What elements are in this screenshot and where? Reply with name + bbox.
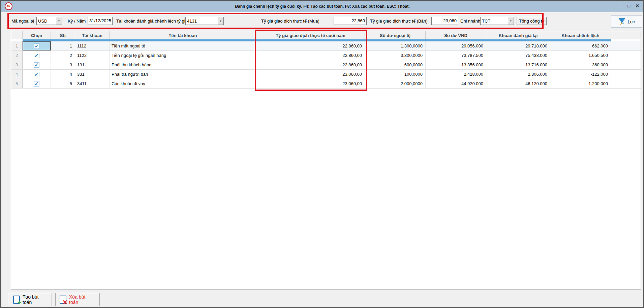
- column-header-khoan-danh-gia-lai[interactable]: Khoản đánh giá lại: [486, 31, 550, 39]
- cell-account: 3411: [75, 79, 110, 88]
- table-header-row: ChọnSttTài khoảnTên tài khoảnTỷ giá giao…: [11, 31, 641, 39]
- row-indicator: 3: [11, 60, 23, 69]
- checkbox-cell[interactable]: ✓: [23, 79, 51, 88]
- cell-rate: 23.060,00: [256, 79, 365, 88]
- window-title: Đánh giá chênh lệch tỷ giá cuối kỳ. F4: …: [1, 4, 643, 9]
- cell-stt: 3: [51, 60, 75, 69]
- revaluation-account-label: Tài khoản đánh giá chênh lệch tỷ giá: [116, 19, 188, 24]
- row-checkbox[interactable]: ✓: [34, 62, 39, 68]
- sell-rate-input[interactable]: 23,060: [431, 17, 458, 25]
- chevron-down-icon[interactable]: ▼: [218, 17, 223, 25]
- chevron-down-icon[interactable]: ▼: [56, 17, 62, 25]
- cell-stt: 2: [51, 51, 75, 60]
- cell-rate: 22.860,00: [256, 51, 365, 60]
- cell-difference: 662.000: [550, 41, 611, 50]
- cell-fc-balance: 2.000,0000: [365, 79, 426, 88]
- checkbox-cell[interactable]: ✓: [23, 60, 51, 69]
- cell-rate: 23.060,00: [256, 70, 365, 79]
- document-delete-icon: ✕: [60, 296, 66, 304]
- company-scope-box[interactable]: Tổng công ty: [517, 17, 547, 25]
- revaluation-account-select[interactable]: 4131 ▼: [185, 17, 224, 25]
- cell-stt: 1: [51, 41, 75, 50]
- checkbox-cell[interactable]: ✓: [23, 70, 51, 79]
- cell-fc-balance: 1.300,0000: [365, 41, 426, 50]
- create-entries-label: Tạo bút toán: [23, 294, 48, 305]
- create-entries-button[interactable]: + Tạo bút toán: [9, 293, 52, 306]
- buy-rate-label: Tỷ giá giao dịch thực tế (Mua): [261, 19, 319, 24]
- cell-name: Tiền ngoại tệ gửi ngân hàng: [110, 51, 256, 60]
- currency-value: USD: [37, 19, 56, 24]
- cell-revalued: 75.438.000: [486, 51, 550, 60]
- table-row[interactable]: 1✓11112Tiền mặt ngoại tệ22.860,001.300,0…: [11, 41, 641, 51]
- filter-button[interactable]: Lọc: [611, 15, 642, 28]
- column-header-ty-gia-cuoi-nam[interactable]: Tỷ giá giao dịch thực tế cuối năm: [256, 31, 365, 39]
- cell-revalued: 29.718.000: [486, 41, 550, 50]
- row-checkbox[interactable]: ✓: [34, 81, 39, 87]
- column-header-ten-tai-khoan[interactable]: Tên tài khoản: [110, 31, 256, 39]
- column-header-so-du-vnd[interactable]: Số dư VND: [426, 31, 486, 39]
- filter-button-label: Lọc: [628, 19, 635, 24]
- row-checkbox[interactable]: ✓: [34, 53, 39, 58]
- cell-vnd-balance: 29.056.000: [426, 41, 486, 50]
- table-row[interactable]: 4✓4331Phải trả người bán23.060,00100,000…: [11, 70, 641, 79]
- delete-entries-button[interactable]: ✕ Xóa bút toán: [55, 293, 100, 306]
- cell-name: Phải thu khách hàng: [110, 60, 256, 69]
- title-bar: TK Đánh giá chênh lệch tỷ giá cuối kỳ. F…: [1, 1, 643, 12]
- close-icon[interactable]: ✕: [636, 3, 639, 9]
- table-body: 1✓11112Tiền mặt ngoại tệ22.860,001.300,0…: [11, 41, 641, 89]
- buy-rate-input[interactable]: 22,860: [334, 17, 367, 25]
- delete-entries-label: Xóa bút toán: [69, 294, 95, 305]
- branch-select[interactable]: TCT ▼: [480, 17, 514, 25]
- row-indicator: 1: [11, 41, 23, 50]
- row-indicator-header: [11, 31, 23, 39]
- cell-rate: 22.860,00: [256, 41, 365, 50]
- currency-select[interactable]: USD ▼: [36, 17, 62, 25]
- cell-vnd-balance: 2.428.000: [426, 70, 486, 79]
- column-header-tai-khoan[interactable]: Tài khoản: [75, 31, 110, 39]
- column-header-chon[interactable]: Chọn: [23, 31, 51, 39]
- cell-stt: 4: [51, 70, 75, 79]
- column-header-stt[interactable]: Stt: [51, 31, 75, 39]
- cell-revalued: 2.306.000: [486, 70, 550, 79]
- cell-vnd-balance: 73.787.500: [426, 51, 486, 60]
- maximize-icon[interactable]: □: [627, 3, 630, 9]
- checkbox-cell[interactable]: ✓: [23, 41, 51, 50]
- cell-name: Phải trả người bán: [110, 70, 256, 79]
- accounts-table: ChọnSttTài khoảnTên tài khoảnTỷ giá giao…: [11, 31, 641, 289]
- cell-account: 331: [75, 70, 110, 79]
- table-row[interactable]: 3✓3131Phải thu khách hàng22.860,00600,00…: [11, 60, 641, 70]
- period-input[interactable]: 31/12/2025: [88, 17, 113, 25]
- cell-name: Các khoản đi vay: [110, 79, 256, 88]
- column-header-khoan-chenh-lech[interactable]: Khoản chênh lệch: [550, 31, 611, 39]
- row-checkbox[interactable]: ✓: [34, 43, 39, 49]
- cell-account: 131: [75, 60, 110, 69]
- cell-difference: 1.200.000: [550, 79, 611, 88]
- period-label: Kỳ / Năm: [68, 19, 86, 24]
- cell-rate: 22.860,00: [256, 60, 365, 69]
- cell-fc-balance: 600,0000: [365, 60, 426, 69]
- row-indicator: 4: [11, 70, 23, 79]
- cell-name: Tiền mặt ngoại tệ: [110, 41, 256, 50]
- cell-stt: 5: [51, 79, 75, 88]
- branch-label: Chi nhánh: [460, 19, 480, 24]
- revaluation-account-value: 4131: [186, 19, 218, 24]
- document-plus-icon: +: [13, 296, 20, 304]
- app-logo-icon: TK: [5, 2, 12, 10]
- chevron-down-icon[interactable]: ▼: [508, 17, 514, 25]
- branch-value: TCT: [481, 19, 508, 24]
- row-checkbox[interactable]: ✓: [34, 72, 39, 77]
- row-indicator: 5: [11, 79, 23, 88]
- checkbox-cell[interactable]: ✓: [23, 51, 51, 60]
- table-row[interactable]: 5✓53411Các khoản đi vay23.060,002.000,00…: [11, 79, 641, 89]
- cell-account: 1122: [75, 51, 110, 60]
- app-window: { "window": { "title": "Đánh giá chênh l…: [0, 0, 644, 308]
- row-indicator: 2: [11, 51, 23, 60]
- minimize-icon[interactable]: _: [620, 3, 622, 9]
- currency-label: Mã ngoại tệ: [11, 19, 34, 24]
- cell-revalued: 13.716.000: [486, 60, 550, 69]
- cell-revalued: 46.120.000: [486, 79, 550, 88]
- cell-vnd-balance: 13.356.000: [426, 60, 486, 69]
- cell-vnd-balance: 44.920.000: [426, 79, 486, 88]
- column-header-so-du-ngoai-te[interactable]: Số dư ngoại tệ: [365, 31, 426, 39]
- table-row[interactable]: 2✓21122Tiền ngoại tệ gửi ngân hàng22.860…: [11, 51, 641, 60]
